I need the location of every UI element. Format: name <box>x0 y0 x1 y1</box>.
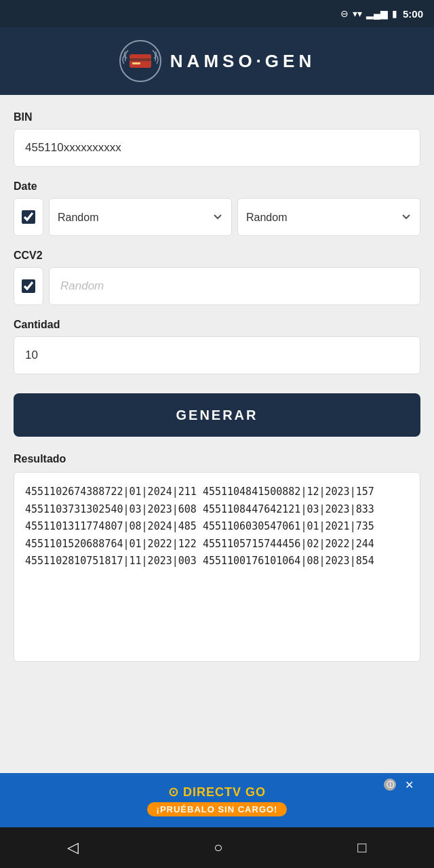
cantidad-input[interactable] <box>14 336 420 374</box>
cantidad-label: Cantidad <box>14 319 420 331</box>
signal-icon: ▂▄▆ <box>366 8 388 19</box>
date-label: Date <box>14 180 420 193</box>
app-title: NAMSO·GEN <box>170 51 315 72</box>
nav-back-button[interactable]: ◁ <box>51 833 95 862</box>
battery-icon: ▮ <box>392 8 397 19</box>
ad-info-icon[interactable]: ⓘ <box>384 778 396 791</box>
status-time: 5:00 <box>403 8 423 20</box>
bin-label: BIN <box>14 111 420 123</box>
ad-title-highlight: ⊙ <box>168 785 179 799</box>
ad-title-text: DIRECTV GO <box>183 785 266 799</box>
ccv2-row <box>14 267 420 305</box>
ad-title: ⊙ DIRECTV GO <box>168 785 266 800</box>
svg-rect-2 <box>130 58 151 61</box>
ad-banner: ⓘ ✕ ⊙ DIRECTV GO ¡PRUÉBALO SIN CARGO! <box>0 773 434 827</box>
date-year-select[interactable]: Random 2021 2022 2023 2024 2025 <box>237 198 420 236</box>
date-row: Random 01 02 03 04 05 06 07 08 09 10 11 … <box>14 198 420 236</box>
ccv2-label: CCV2 <box>14 250 420 262</box>
minus-circle-icon: ⊖ <box>340 8 349 19</box>
date-checkbox-wrapper <box>14 198 43 236</box>
status-bar: ⊖ ▾▾ ▂▄▆ ▮ 5:00 <box>0 0 434 27</box>
result-box: 4551102674388722|01|2024|211 45511048415… <box>14 472 420 662</box>
nav-bar: ◁ ○ □ <box>0 827 434 868</box>
ccv2-checkbox-wrapper <box>14 267 43 305</box>
status-icons: ⊖ ▾▾ ▂▄▆ ▮ <box>340 8 397 19</box>
ccv2-input[interactable] <box>49 267 420 305</box>
main-content: BIN Date Random 01 02 03 04 05 06 07 08 … <box>0 95 434 773</box>
wifi-icon: ▾▾ <box>353 8 362 19</box>
date-checkbox[interactable] <box>22 210 35 224</box>
nav-home-button[interactable]: ○ <box>197 833 239 862</box>
ad-subtitle: ¡PRUÉBALO SIN CARGO! <box>147 802 288 816</box>
app-logo <box>119 39 162 83</box>
bin-input[interactable] <box>14 129 420 167</box>
date-month-select[interactable]: Random 01 02 03 04 05 06 07 08 09 10 11 … <box>49 198 232 236</box>
ccv2-checkbox[interactable] <box>22 279 35 293</box>
generate-button[interactable]: GENERAR <box>14 393 420 437</box>
result-label: Resultado <box>14 453 420 465</box>
app-header: NAMSO·GEN <box>0 27 434 95</box>
nav-recent-button[interactable]: □ <box>341 833 382 862</box>
svg-rect-3 <box>132 62 140 64</box>
ad-close-icon[interactable]: ✕ <box>405 778 414 791</box>
